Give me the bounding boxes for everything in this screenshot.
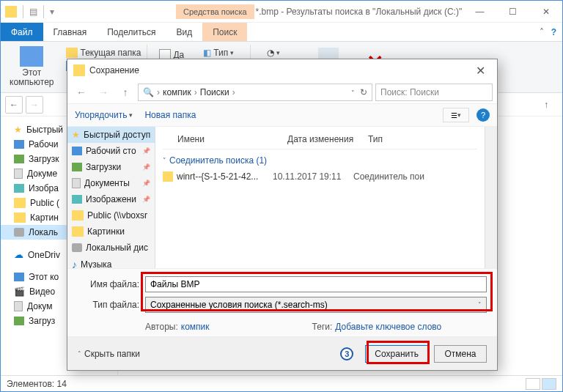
crumb-2[interactable]: Поиски [200, 87, 229, 97]
window-title: *.bmp - Результаты поиска в "Локальный д… [254, 7, 463, 17]
new-folder-button[interactable]: Новая папка [144, 110, 196, 120]
step-badge: 3 [340, 347, 353, 360]
item-count: Элементов: 14 [7, 379, 67, 389]
filename-label: Имя файла: [78, 279, 145, 289]
back-button[interactable]: ← [5, 96, 23, 114]
tab-share[interactable]: Поделиться [97, 23, 166, 41]
dialog-title: Сохранение [89, 65, 139, 75]
dialog-toolbar: Упорядочить▾ Новая папка ☰ ▾ ? [67, 103, 497, 127]
save-dialog: Сохранение ✕ ← → ↑ 🔍 › компик › Поиски ›… [67, 59, 498, 371]
file-tab[interactable]: Файл [1, 23, 43, 41]
scrollbar[interactable] [485, 127, 497, 268]
qat-item[interactable]: ▤ [29, 7, 37, 17]
cancel-button[interactable]: Отмена [434, 345, 487, 363]
dialog-actions: ˄Скрыть папки 3 Сохранить Отмена [67, 336, 497, 370]
group-header[interactable]: ˅Соединитель поиска (1) [163, 149, 477, 169]
dialog-nav-pane: ★Быстрый доступ Рабочий сто Загрузки Док… [67, 127, 155, 268]
dialog-fields: Имя файла: Тип файла: Сохраненные услови… [67, 268, 497, 336]
tags-value[interactable]: Добавьте ключевое слово [335, 322, 441, 332]
crumb-1[interactable]: компик [163, 87, 191, 97]
current-folder-button[interactable]: Текущая папка [66, 48, 141, 58]
filetype-label: Тип файла: [78, 300, 145, 310]
recent-button[interactable]: ◔▾ [264, 46, 283, 59]
dlg-nav-localdisk[interactable]: Локальный дис [67, 240, 155, 256]
col-type[interactable]: Тип [368, 134, 477, 144]
qat-dropdown[interactable]: ▾ [50, 7, 54, 17]
dialog-address-bar: ← → ↑ 🔍 › компик › Поиски › ˅ ↻ Поиск: П… [67, 81, 497, 103]
dialog-search-input[interactable]: Поиск: Поиски [375, 84, 493, 101]
view-icons-button[interactable] [542, 378, 556, 390]
maximize-button[interactable]: ☐ [496, 1, 529, 22]
this-pc-button[interactable]: Этот компьютер [10, 68, 54, 87]
forward-button[interactable]: → [26, 96, 43, 114]
dialog-close-button[interactable]: ✕ [470, 64, 491, 78]
dlg-nav-music[interactable]: ♪Музыка [67, 256, 155, 268]
dlg-nav-pictures[interactable]: Изображени [67, 191, 155, 207]
tab-view[interactable]: Вид [166, 23, 202, 41]
status-bar: Элементов: 14 [1, 375, 562, 391]
tab-home[interactable]: Главная [43, 23, 97, 41]
tab-search[interactable]: Поиск [202, 23, 247, 41]
close-button[interactable]: ✕ [529, 1, 562, 22]
dialog-back-button[interactable]: ← [72, 84, 91, 101]
pc-icon [20, 46, 43, 67]
up-button[interactable]: ↑ [537, 96, 555, 114]
filename-input[interactable] [145, 276, 487, 292]
search-connector-icon [163, 171, 173, 182]
save-button[interactable]: Сохранить [365, 345, 428, 363]
dlg-nav-documents[interactable]: Документы [67, 175, 155, 191]
dialog-up-button[interactable]: ↑ [116, 84, 135, 101]
ribbon-collapse-icon[interactable]: ˄ [540, 27, 544, 37]
view-details-button[interactable] [526, 378, 540, 390]
folder-icon [5, 6, 17, 18]
titlebar: ▤ ▾ Средства поиска *.bmp - Результаты п… [1, 1, 562, 23]
help-icon[interactable]: ? [551, 27, 556, 37]
search-icon: 🔍 [143, 87, 154, 97]
view-mode-button[interactable]: ☰ ▾ [443, 108, 469, 122]
filetype-select[interactable]: Сохраненные условия поиска (*.search-ms)… [145, 297, 487, 313]
minimize-button[interactable]: — [463, 1, 496, 22]
tags-label: Теги: [312, 322, 333, 332]
breadcrumb[interactable]: 🔍 › компик › Поиски › ˅ ↻ [138, 84, 372, 101]
hide-folders-button[interactable]: ˄Скрыть папки [78, 349, 140, 359]
organize-button[interactable]: Упорядочить▾ [75, 110, 133, 120]
dialog-titlebar: Сохранение ✕ [67, 59, 497, 81]
dlg-nav-public[interactable]: Public (\\vboxsr [67, 207, 155, 223]
dialog-file-list: Имени Дата изменения Тип ˅Соединитель по… [155, 127, 485, 268]
col-date[interactable]: Дата изменения [287, 134, 368, 144]
col-name[interactable]: Имени [177, 134, 287, 144]
dialog-help-button[interactable]: ? [476, 108, 490, 122]
authors-value[interactable]: компик [181, 322, 210, 332]
folder-icon [73, 64, 85, 76]
dialog-forward-button[interactable]: → [94, 84, 113, 101]
ribbon-tabs: Файл Главная Поделиться Вид Поиск ˄ ? [1, 23, 562, 42]
dlg-nav-pictures2[interactable]: Картинки [67, 223, 155, 240]
dlg-nav-downloads[interactable]: Загрузки [67, 159, 155, 175]
context-tab-label: Средства поиска [176, 4, 254, 19]
authors-label: Авторы: [145, 322, 178, 332]
dlg-nav-desktop[interactable]: Рабочий сто [67, 143, 155, 159]
file-row[interactable]: winrt--{S-1-5-21-42... 10.11.2017 19:11 … [163, 169, 477, 185]
dlg-nav-quick[interactable]: ★Быстрый доступ [67, 127, 155, 143]
type-button[interactable]: ◧Тип▾ [200, 46, 237, 59]
